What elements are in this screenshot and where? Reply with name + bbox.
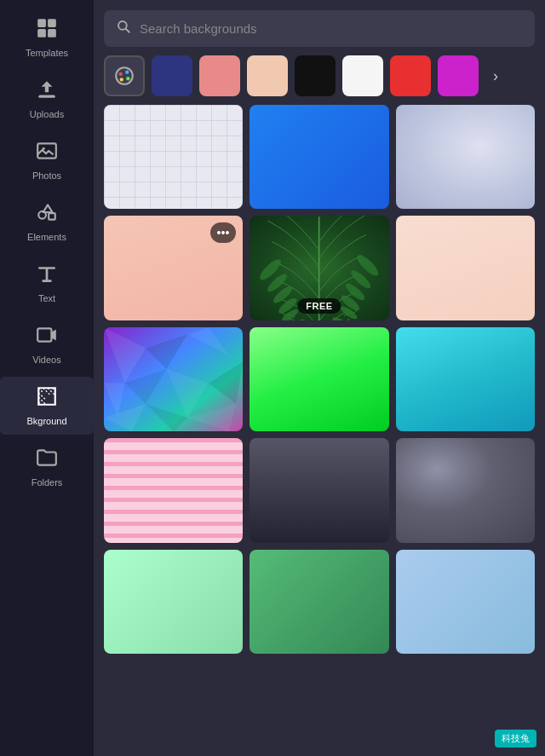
sidebar: Templates Uploads Photos Elements Text V… bbox=[0, 0, 94, 756]
svg-point-19 bbox=[331, 315, 349, 320]
bg-item-mint[interactable] bbox=[104, 550, 243, 654]
svg-point-13 bbox=[119, 72, 123, 76]
sidebar-item-text-label: Text bbox=[38, 293, 55, 303]
svg-rect-8 bbox=[49, 213, 55, 220]
sidebar-item-templates[interactable]: Templates bbox=[0, 9, 94, 66]
sidebar-item-photos[interactable]: Photos bbox=[0, 131, 94, 189]
upload-icon bbox=[36, 78, 58, 104]
bg-item-blue2[interactable] bbox=[396, 550, 535, 654]
templates-icon bbox=[36, 17, 58, 43]
svg-rect-2 bbox=[37, 29, 46, 38]
color-swatches-row: › bbox=[104, 55, 535, 96]
sidebar-item-videos[interactable]: Videos bbox=[0, 315, 94, 373]
svg-point-16 bbox=[120, 78, 123, 81]
sidebar-item-videos-label: Videos bbox=[32, 355, 60, 365]
folder-icon bbox=[36, 447, 58, 472]
free-badge: FREE bbox=[297, 298, 341, 314]
video-icon bbox=[36, 324, 58, 349]
sidebar-item-elements[interactable]: Elements bbox=[0, 193, 94, 251]
svg-point-12 bbox=[116, 67, 133, 84]
palette-swatch[interactable] bbox=[104, 55, 145, 96]
sidebar-item-photos-label: Photos bbox=[32, 170, 61, 181]
svg-point-14 bbox=[125, 71, 129, 74]
svg-rect-3 bbox=[48, 29, 56, 38]
svg-rect-1 bbox=[48, 19, 56, 27]
backgrounds-grid: ••• bbox=[104, 105, 535, 654]
main-content: › ••• bbox=[94, 0, 545, 756]
swatch-pink[interactable] bbox=[199, 55, 240, 96]
svg-rect-4 bbox=[38, 95, 55, 98]
sidebar-item-folders-label: Folders bbox=[32, 477, 63, 488]
sidebar-item-bkground-label: Bkground bbox=[26, 416, 66, 426]
bg-item-gray-cloud[interactable] bbox=[396, 438, 535, 542]
shapes-icon bbox=[36, 201, 58, 227]
bg-item-light-peach[interactable] bbox=[396, 216, 535, 320]
bg-item-green2[interactable] bbox=[250, 550, 388, 654]
search-icon bbox=[116, 19, 131, 38]
swatch-peach[interactable] bbox=[247, 55, 288, 96]
bg-item-blue-solid[interactable] bbox=[250, 105, 388, 209]
more-badge: ••• bbox=[210, 222, 237, 243]
sidebar-item-bkground[interactable]: Bkground bbox=[0, 377, 94, 435]
bg-item-green-gradient[interactable] bbox=[250, 327, 388, 431]
bg-item-teal-gradient[interactable] bbox=[396, 327, 535, 431]
svg-rect-0 bbox=[37, 19, 46, 27]
bg-item-poly-purple[interactable] bbox=[104, 327, 243, 431]
bg-item-pink-solid[interactable]: ••• bbox=[104, 216, 243, 320]
bg-item-dark-grad[interactable] bbox=[250, 438, 388, 542]
text-icon bbox=[36, 263, 58, 288]
bg-item-gray-gradient[interactable] bbox=[396, 105, 535, 209]
sidebar-item-templates-label: Templates bbox=[26, 48, 68, 58]
swatches-chevron-icon[interactable]: › bbox=[485, 55, 506, 96]
swatch-black[interactable] bbox=[295, 55, 336, 96]
svg-point-15 bbox=[126, 77, 129, 80]
sidebar-item-folders[interactable]: Folders bbox=[0, 438, 94, 496]
search-input[interactable] bbox=[140, 21, 523, 36]
sidebar-item-elements-label: Elements bbox=[27, 232, 66, 242]
sidebar-item-uploads-label: Uploads bbox=[30, 109, 64, 119]
svg-rect-9 bbox=[37, 328, 51, 341]
bg-item-fern[interactable]: FREE bbox=[250, 216, 388, 320]
search-bar bbox=[104, 10, 535, 47]
swatch-blue[interactable] bbox=[152, 55, 192, 96]
watermark: 科技兔 bbox=[495, 730, 536, 747]
sidebar-item-uploads[interactable]: Uploads bbox=[0, 70, 94, 128]
svg-line-11 bbox=[126, 29, 129, 32]
swatch-red[interactable] bbox=[390, 55, 431, 96]
bg-item-pink-stripes[interactable] bbox=[104, 438, 243, 542]
swatch-magenta[interactable] bbox=[438, 55, 479, 96]
bkground-icon bbox=[36, 385, 58, 411]
sidebar-item-text[interactable]: Text bbox=[0, 254, 94, 312]
swatch-white[interactable] bbox=[342, 55, 383, 96]
image-icon bbox=[36, 140, 58, 165]
bg-item-grid-paper[interactable] bbox=[104, 105, 243, 209]
